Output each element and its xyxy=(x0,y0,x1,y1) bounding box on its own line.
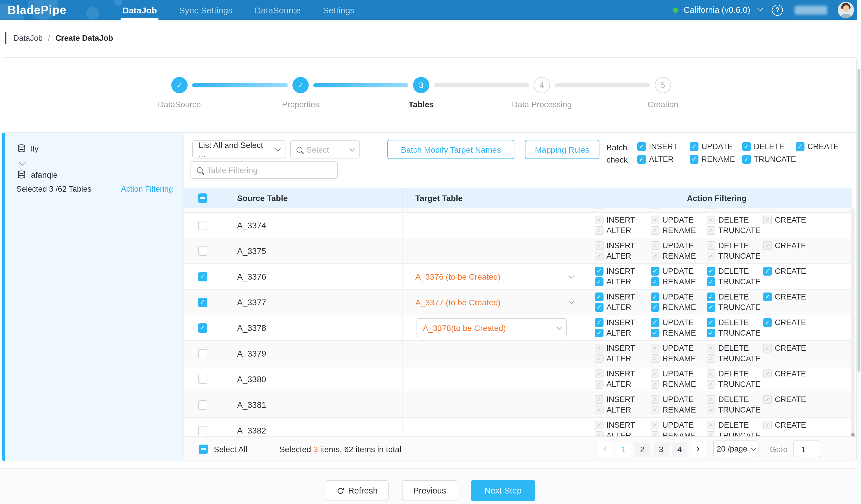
next-step-button[interactable]: Next Step xyxy=(471,480,536,501)
checkbox-icon[interactable] xyxy=(637,142,646,151)
row-checkbox[interactable] xyxy=(198,272,207,281)
checkbox-icon[interactable] xyxy=(763,267,772,276)
previous-button[interactable]: Previous xyxy=(402,480,457,501)
action-insert[interactable]: INSERT xyxy=(595,318,651,327)
batch-modify-target-names-button[interactable]: Batch Modify Target Names xyxy=(387,140,515,159)
sidebar-source-db[interactable]: lly xyxy=(17,133,183,153)
action-alter[interactable]: ALTER xyxy=(595,329,651,337)
table-scrollbar[interactable] xyxy=(851,208,855,436)
action-create[interactable]: CREATE xyxy=(763,292,810,301)
checkbox-icon[interactable] xyxy=(595,318,603,327)
batch-check-truncate[interactable]: TRUNCATE xyxy=(742,155,796,164)
page-scrollbar-thumb[interactable] xyxy=(858,69,860,372)
checkbox-icon[interactable] xyxy=(651,329,659,337)
sidebar-target-db[interactable]: afanqie xyxy=(17,170,183,179)
page-size-select[interactable]: 20 /page xyxy=(713,440,758,458)
checkbox-icon[interactable] xyxy=(707,292,715,301)
checkbox-icon[interactable] xyxy=(763,318,772,327)
checkbox-icon[interactable] xyxy=(651,277,659,286)
target-table-select[interactable]: A_3378(to be Created) xyxy=(416,318,567,337)
action-truncate[interactable]: TRUNCATE xyxy=(707,303,763,312)
action-insert[interactable]: INSERT xyxy=(595,267,651,276)
batch-check-insert[interactable]: INSERT xyxy=(637,142,690,151)
mapping-rules-button[interactable]: Mapping Rules xyxy=(525,140,599,159)
nav-datasource[interactable]: DataSource xyxy=(244,0,312,20)
row-checkbox[interactable] xyxy=(198,374,207,384)
target-table-select[interactable]: A_3376 (to be Created) xyxy=(402,264,582,289)
action-create[interactable]: CREATE xyxy=(763,267,810,276)
target-table-select[interactable]: A_3377 (to be Created) xyxy=(402,289,582,315)
checkbox-icon[interactable] xyxy=(763,292,772,301)
goto-page-input[interactable] xyxy=(793,440,820,458)
row-checkbox[interactable] xyxy=(198,323,207,332)
action-rename[interactable]: RENAME xyxy=(651,329,707,337)
checkbox-icon[interactable] xyxy=(707,329,715,337)
action-alter[interactable]: ALTER xyxy=(595,277,651,286)
action-delete[interactable]: DELETE xyxy=(707,267,763,276)
row-checkbox[interactable] xyxy=(198,298,207,307)
action-rename[interactable]: RENAME xyxy=(651,303,707,312)
action-create[interactable]: CREATE xyxy=(763,318,810,327)
checkbox-icon[interactable] xyxy=(651,303,659,312)
row-checkbox[interactable] xyxy=(198,426,207,435)
checkbox-icon[interactable] xyxy=(651,292,659,301)
action-alter[interactable]: ALTER xyxy=(595,303,651,312)
next-page-button[interactable]: › xyxy=(691,441,706,457)
checkbox-icon[interactable] xyxy=(707,303,715,312)
prev-page-button[interactable]: ‹ xyxy=(597,441,613,457)
action-delete[interactable]: DELETE xyxy=(707,292,763,301)
nav-sync-settings[interactable]: Sync Settings xyxy=(168,0,244,20)
table-select-dropdown[interactable]: Select xyxy=(290,140,360,159)
checkbox-icon[interactable] xyxy=(707,318,715,327)
environment-label[interactable]: California (v0.6.0) xyxy=(684,5,750,15)
row-checkbox[interactable] xyxy=(198,246,207,256)
refresh-button[interactable]: Refresh xyxy=(325,480,389,501)
checkbox-icon[interactable] xyxy=(707,267,715,276)
action-rename[interactable]: RENAME xyxy=(651,277,707,286)
action-delete[interactable]: DELETE xyxy=(707,318,763,327)
batch-check-create[interactable]: CREATE xyxy=(796,142,846,151)
action-filtering-link[interactable]: Action Filtering xyxy=(121,185,173,193)
batch-check-delete[interactable]: DELETE xyxy=(742,142,796,151)
breadcrumb-parent[interactable]: DataJob xyxy=(13,34,43,42)
checkbox-icon[interactable] xyxy=(690,142,698,151)
table-filter-input[interactable]: Table Filtering xyxy=(191,161,338,179)
checkbox-icon[interactable] xyxy=(690,155,698,164)
action-truncate[interactable]: TRUNCATE xyxy=(707,277,763,286)
checkbox-icon[interactable] xyxy=(637,155,646,164)
action-truncate[interactable]: TRUNCATE xyxy=(707,329,763,337)
action-insert[interactable]: INSERT xyxy=(595,292,651,301)
help-icon[interactable]: ? xyxy=(772,4,783,15)
checkbox-icon[interactable] xyxy=(796,142,805,151)
checkbox-icon[interactable] xyxy=(595,267,603,276)
select-all-header-checkbox[interactable] xyxy=(198,193,207,203)
list-mode-select[interactable]: List All and Select ... xyxy=(192,140,285,159)
row-checkbox[interactable] xyxy=(198,220,207,230)
select-all-checkbox[interactable] xyxy=(199,444,208,454)
action-update[interactable]: UPDATE xyxy=(651,292,707,301)
page-scrollbar[interactable] xyxy=(857,0,861,504)
avatar[interactable] xyxy=(838,2,854,18)
checkbox-icon[interactable] xyxy=(742,155,751,164)
nav-datajob[interactable]: DataJob xyxy=(111,0,168,20)
batch-check-update[interactable]: UPDATE xyxy=(690,142,742,151)
row-checkbox[interactable] xyxy=(198,349,207,358)
page-4-button[interactable]: 4 xyxy=(672,441,687,457)
checkbox-icon[interactable] xyxy=(707,277,715,286)
checkbox-icon[interactable] xyxy=(595,329,603,337)
page-2-button[interactable]: 2 xyxy=(635,441,650,457)
action-update[interactable]: UPDATE xyxy=(651,318,707,327)
checkbox-icon[interactable] xyxy=(742,142,751,151)
checkbox-icon[interactable] xyxy=(595,303,603,312)
page-3-button[interactable]: 3 xyxy=(653,441,668,457)
checkbox-icon[interactable] xyxy=(651,267,659,276)
checkbox-icon[interactable] xyxy=(651,318,659,327)
batch-check-alter[interactable]: ALTER xyxy=(637,155,690,164)
checkbox-icon[interactable] xyxy=(595,292,603,301)
page-1-button[interactable]: 1 xyxy=(616,441,631,457)
chevron-down-icon[interactable] xyxy=(757,5,763,11)
action-update[interactable]: UPDATE xyxy=(651,267,707,276)
batch-check-rename[interactable]: RENAME xyxy=(690,155,742,164)
checkbox-icon[interactable] xyxy=(595,277,603,286)
row-checkbox[interactable] xyxy=(198,400,207,409)
